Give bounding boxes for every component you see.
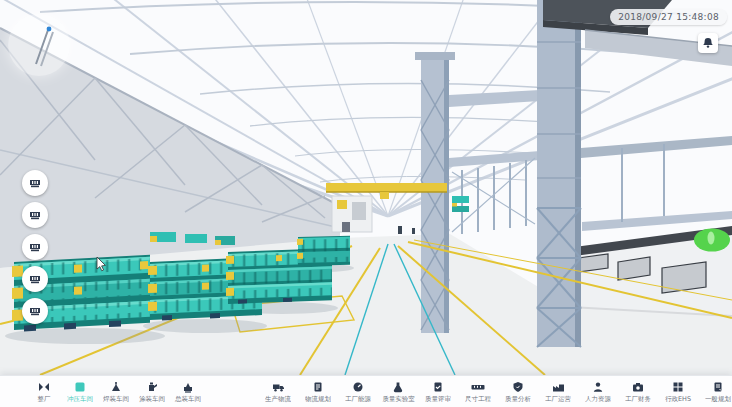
tab-label: 整厂 [38,395,51,402]
tab-quality-analysis[interactable]: 质量分析 [498,381,538,403]
die-press-icon [29,241,41,253]
assembly-shop-icon [182,381,194,393]
status-pin[interactable] [694,229,730,252]
ehs-admin-icon [672,381,684,393]
die-stack[interactable] [297,236,350,266]
tab-label: 生产物流 [265,395,291,402]
tab-factory-operations[interactable]: 工厂运营 [538,381,578,403]
tab-label: 行政EHS [665,395,691,402]
logistics-truck-icon [272,381,285,393]
tab-label: 质量实验室 [382,395,414,402]
quality-analysis-icon [512,381,524,393]
tab-welding-shop[interactable]: 焊装车间 [98,381,134,403]
tab-label: 涂装车间 [139,395,165,402]
welding-shop-icon [110,381,122,393]
workshop-nav-group: 整厂 冲压车间 焊装车间 涂装车间 总装车间 [26,381,206,403]
die-press-icon [29,209,41,221]
paint-shop-icon [146,381,158,393]
tab-human-resources[interactable]: 人力资源 [578,381,618,403]
scene-marker-button[interactable] [22,234,48,260]
tab-label: 人力资源 [585,395,611,402]
plant-overview-icon [38,381,50,393]
tab-assembly-shop[interactable]: 总装车间 [170,381,206,403]
scene-marker-stack [22,170,48,324]
die-press-icon [29,273,41,285]
tab-quality-review[interactable]: 质量评审 [418,381,458,403]
scene-marker-button[interactable] [22,298,48,324]
tab-factory-finance[interactable]: 工厂财务 [618,381,658,403]
scene-marker-button[interactable] [22,266,48,292]
steel-column-front [537,0,581,347]
tab-label: 总装车间 [175,395,201,402]
factory-3d-scene [0,0,732,375]
finance-icon [632,381,644,393]
tab-stamping-shop[interactable]: 冲压车间 [62,381,98,403]
die-press-icon [29,305,41,317]
quality-review-icon [432,381,444,393]
tab-general-planning[interactable]: 一般规划 [698,381,732,403]
tab-dimension-engineering[interactable]: 尺寸工程 [458,381,498,403]
tab-label: 工厂运营 [545,395,571,402]
tab-label: 焊装车间 [103,395,129,402]
hr-icon [592,381,604,393]
notification-button[interactable] [698,33,718,53]
tab-logistics-planning[interactable]: 物流规划 [298,381,338,403]
timestamp: 2018/09/27 15:48:08 [610,9,727,25]
general-planning-icon [712,381,724,393]
compass-widget[interactable] [8,14,70,76]
tab-plant-overview[interactable]: 整厂 [26,381,62,403]
module-nav-group: 生产物流 物流规划 工厂能源 质量实验室 质量评审 尺寸工程 [258,381,732,403]
dimension-engineering-icon [471,381,485,393]
quality-lab-icon [392,381,404,393]
tab-ehs-admin[interactable]: 行政EHS [658,381,698,403]
logistics-planning-icon [312,381,324,393]
tab-label: 物流规划 [305,395,331,402]
tab-production-logistics[interactable]: 生产物流 [258,381,298,403]
bottom-toolbar: 整厂 冲压车间 焊装车间 涂装车间 总装车间 生产物流 [0,375,732,407]
tab-label: 一般规划 [705,395,731,402]
die-press-icon [29,177,41,189]
stamping-shop-icon [74,381,86,393]
scene-marker-button[interactable] [22,170,48,196]
tab-label: 冲压车间 [67,395,93,402]
digital-factory-app: 2018/09/27 15:48:08 [0,0,732,407]
factory-operations-icon [552,381,565,393]
tab-factory-energy[interactable]: 工厂能源 [338,381,378,403]
tab-label: 质量评审 [425,395,451,402]
tab-label: 工厂财务 [625,395,651,402]
scene-marker-button[interactable] [22,202,48,228]
bell-icon [702,37,714,49]
factory-energy-icon [352,381,364,393]
tab-quality-lab[interactable]: 质量实验室 [378,381,418,403]
scene-3d-viewport[interactable]: 2018/09/27 15:48:08 [0,0,732,375]
tab-paint-shop[interactable]: 涂装车间 [134,381,170,403]
tab-label: 质量分析 [505,395,531,402]
tab-label: 尺寸工程 [465,395,491,402]
tab-label: 工厂能源 [345,395,371,402]
compass-needle-icon [8,14,70,76]
